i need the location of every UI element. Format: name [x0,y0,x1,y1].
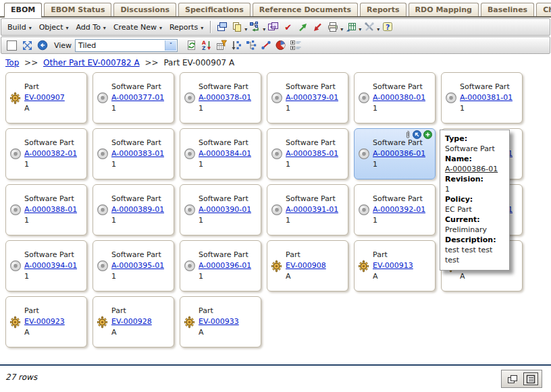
approve-check-icon[interactable]: ✔ [281,20,295,34]
part-card[interactable]: Software Part A-0000394-01 1 [5,240,87,291]
tools-icon[interactable] [362,20,376,34]
part-card[interactable]: Software Part A-0000391-01 1 [267,184,348,235]
card-name-link[interactable]: EV-000908 [286,261,326,270]
card-name-link[interactable]: A-0000389-01 [111,205,164,214]
part-card[interactable]: Software Part A-0000385-01 1 [267,128,348,179]
card-name-link[interactable]: A-0000390-01 [199,205,251,214]
select-all-checkbox[interactable] [7,40,17,51]
card-name-link[interactable]: A-0000378-01 [199,93,251,102]
card-name-link[interactable]: A-0000377-01 [111,93,164,102]
tab-rdo-mapping[interactable]: RDO Mapping [409,3,479,16]
part-card[interactable]: Software Part A-0000389-01 1 [93,184,174,235]
chevron-down-icon[interactable] [244,21,247,34]
part-card[interactable]: Software Part A-0000379-01 1 [267,72,348,123]
part-card[interactable]: Software Part A-0000383-01 1 [93,128,174,179]
menu-create-new[interactable]: Create New [110,22,165,33]
swap-windows-icon[interactable] [266,20,280,34]
sort-az-icon[interactable]: AZ [199,38,213,52]
details-view-button[interactable] [523,372,538,385]
combo-chevron-icon[interactable] [165,40,176,51]
card-name-link[interactable]: A-0000385-01 [286,149,338,158]
card-name-link[interactable]: EV-000928 [111,317,152,326]
chevron-down-icon[interactable] [340,21,343,34]
structure-paste-icon[interactable] [248,20,262,34]
card-name-link[interactable]: A-0000391-01 [286,205,338,214]
filter-icon[interactable] [214,38,228,52]
part-card[interactable]: Software Part A-0000392-01 1 [354,184,436,235]
menu-object[interactable]: Object [36,22,72,33]
card-name-link[interactable]: A-0000388-01 [24,205,77,214]
part-card[interactable]: Part EV-000907 A [5,72,87,123]
cascade-view-button[interactable] [505,372,520,385]
chevron-down-icon[interactable] [359,21,361,34]
card-name-link[interactable]: A-0000384-01 [199,149,251,158]
part-card[interactable]: Software Part A-0000395-01 1 [93,240,174,291]
promote-arrow-icon[interactable] [296,20,310,34]
card-name-link[interactable]: EV-000907 [24,93,65,102]
view-select[interactable]: Tiled [75,39,178,52]
disconnect-icon[interactable] [259,38,273,52]
card-name-link[interactable]: A-0000396-01 [199,261,251,270]
part-card[interactable]: Part EV-000908 A [267,240,348,291]
part-card[interactable]: Part EV-000913 A [354,240,436,291]
breadcrumb-link-top[interactable]: Top [5,58,19,67]
navigate-icon[interactable] [413,130,421,139]
card-name-link[interactable]: EV-000913 [373,261,413,270]
demote-arrow-icon[interactable] [311,20,325,34]
refresh-icon[interactable] [184,38,199,52]
card-name-link[interactable]: A-0000381-01 [460,93,513,102]
menu-add-to[interactable]: Add To [72,22,109,33]
card-name-link[interactable]: EV-000923 [24,317,65,326]
part-card[interactable]: Software Part A-0000377-01 1 [93,72,174,123]
card-name-link[interactable]: A-0000394-01 [24,261,77,270]
part-card[interactable]: Part EV-000933 A [180,296,261,347]
card-name-link[interactable]: A-0000392-01 [373,205,425,214]
chart-icon[interactable] [273,38,288,52]
part-card[interactable]: Software Part A-0000380-01 1 [354,72,436,123]
tab-ebom-status[interactable]: EBOM Status [44,3,111,16]
export-table-icon[interactable] [344,20,358,34]
tab-ebom[interactable]: EBOM [4,3,42,18]
part-card[interactable]: Part EV-000928 A [93,296,174,347]
chevron-down-icon[interactable] [377,21,379,34]
part-card[interactable]: Software Part A-0000390-01 1 [180,184,261,235]
breadcrumb-link-parent[interactable]: Other Part EV-000782 A [43,58,140,67]
chevron-down-icon[interactable] [263,21,265,34]
copy-icon[interactable] [230,20,244,34]
tab-specifications[interactable]: Specifications [178,3,251,16]
card-name-link[interactable]: A-0000386-01 [373,149,425,158]
go-back-icon[interactable] [35,38,49,52]
card-revision-label: 1 [286,215,338,226]
menu-reports[interactable]: Reports [166,22,207,33]
tab-reference-documents[interactable]: Reference Documents [253,3,358,16]
part-card[interactable]: Software Part A-0000396-01 1 [180,240,261,291]
card-name-link[interactable]: A-0000380-01 [373,93,425,102]
expand-window-icon[interactable] [20,38,34,52]
tree-view-icon[interactable] [244,38,258,52]
part-card[interactable]: Software Part A-0000381-01 1 [441,72,523,123]
part-card[interactable]: Software Part A-0000384-01 1 [180,128,261,179]
help-icon[interactable]: ? [380,20,394,34]
card-name-link[interactable]: A-0000383-01 [111,149,164,158]
sort-structure-icon[interactable] [229,38,243,52]
part-card[interactable]: Software Part A-0000386-01 1 [354,128,436,179]
card-name-link[interactable]: A-0000395-01 [111,261,164,270]
part-card[interactable]: Part EV-000923 A [5,296,87,347]
print-icon[interactable] [325,20,340,34]
tab-discussions[interactable]: Discussions [113,3,176,16]
tab-baselines[interactable]: Baselines [481,3,534,16]
window-frames-icon[interactable] [215,20,229,34]
menu-build[interactable]: Build [4,22,35,33]
add-icon[interactable] [423,130,432,139]
expand-all-icon[interactable] [288,38,303,52]
part-card[interactable]: Software Part A-0000378-01 1 [180,72,261,123]
tab-reports[interactable]: Reports [360,3,406,16]
card-name-link[interactable]: EV-000933 [199,317,239,326]
tab-charts[interactable]: Charts [536,3,551,16]
part-card[interactable]: Software Part A-0000388-01 1 [5,184,87,235]
tooltip-name-link[interactable]: A-0000386-01 [445,164,504,174]
part-card[interactable]: Software Part A-0000382-01 1 [5,128,87,179]
card-name-link[interactable]: A-0000379-01 [286,93,338,102]
card-name-link[interactable]: A-0000382-01 [24,149,77,158]
attachment-icon[interactable] [404,130,411,139]
